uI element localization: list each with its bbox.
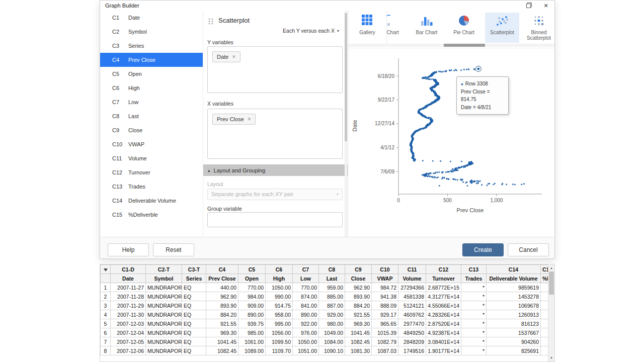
column-item-c5[interactable]: C5Open xyxy=(100,67,203,81)
close-button[interactable]: ✕ xyxy=(537,1,554,11)
cell[interactable]: 4849250 xyxy=(398,328,426,337)
col-name-series[interactable]: Series xyxy=(182,274,206,283)
cell[interactable]: MUNDRAPORT xyxy=(146,346,182,355)
gallery-item-pie-chart[interactable]: Pie Chart xyxy=(447,13,480,43)
cell[interactable]: 909.00 xyxy=(238,301,266,310)
scroll-down-icon[interactable]: ▼ xyxy=(548,354,554,361)
settings-scrollbar[interactable] xyxy=(345,11,347,237)
group-variable-box[interactable] xyxy=(207,212,343,227)
cell[interactable]: 825691 xyxy=(487,346,541,355)
row-number[interactable]: 7 xyxy=(101,337,111,346)
col-header-c12[interactable]: C12 xyxy=(426,265,461,274)
cell[interactable]: 965.65 xyxy=(372,319,398,328)
col-header-c4[interactable]: C4 xyxy=(206,265,238,274)
column-item-c6[interactable]: C6High xyxy=(100,81,203,95)
cell[interactable]: 2007-11-30 xyxy=(111,310,146,319)
cell[interactable]: 941.38 xyxy=(372,292,398,301)
cell[interactable]: 1082.79 xyxy=(372,337,398,346)
cell[interactable]: MUNDRAPORT xyxy=(146,310,182,319)
col-header-c1-d[interactable]: C1-D xyxy=(111,265,146,274)
cell[interactable]: 1089.00 xyxy=(238,346,266,355)
cell[interactable]: EQ xyxy=(182,283,206,292)
cell[interactable]: 4.28326E+14 xyxy=(426,310,461,319)
cell[interactable]: * xyxy=(461,301,487,310)
scatterplot-canvas[interactable]: 6/18/209/22/1712/27/144/1/127/6/0905001,… xyxy=(348,48,556,205)
cell[interactable]: 1049.00 xyxy=(319,328,345,337)
cell[interactable]: 929.17 xyxy=(372,310,398,319)
col-name-vwap[interactable]: VWAP xyxy=(372,274,398,283)
gallery-scrollbar[interactable] xyxy=(348,44,554,47)
cell[interactable]: 4.92387E+14 xyxy=(426,328,461,337)
cell[interactable]: 2007-11-28 xyxy=(111,292,146,301)
col-header-c11[interactable]: C11 xyxy=(398,265,426,274)
col-header-c7[interactable]: C7 xyxy=(293,265,319,274)
col-header-c10[interactable]: C10 xyxy=(372,265,398,274)
cell[interactable]: 1260913 xyxy=(487,310,541,319)
col-name-last[interactable]: Last xyxy=(319,274,345,283)
settings-scrollbar-thumb[interactable] xyxy=(345,13,347,141)
column-item-c1[interactable]: C1Date xyxy=(100,11,203,25)
cell[interactable]: 904260 xyxy=(487,337,541,346)
cell[interactable]: MUNDRAPORT xyxy=(146,301,182,310)
col-header-c14[interactable]: C14 xyxy=(487,265,541,274)
cell[interactable]: 2848209 xyxy=(398,337,426,346)
cell[interactable]: 1537667 xyxy=(487,328,541,337)
col-name-volume[interactable]: Volume xyxy=(398,274,426,283)
cell[interactable]: MUNDRAPORT xyxy=(146,283,182,292)
cell[interactable]: 1050.00 xyxy=(293,337,319,346)
help-button[interactable]: Help xyxy=(108,243,149,256)
cell[interactable]: 1749516 xyxy=(398,346,426,355)
cell[interactable]: MUNDRAPORT xyxy=(146,319,182,328)
cell[interactable]: 4.31277E+14 xyxy=(426,292,461,301)
row-number[interactable]: 5 xyxy=(101,319,111,328)
col-header-c6[interactable]: C6 xyxy=(266,265,293,274)
y-variables-box[interactable]: Date ✕ xyxy=(207,46,343,93)
column-item-c2[interactable]: C2Symbol xyxy=(100,25,203,39)
cell[interactable]: 1081.30 xyxy=(345,346,372,355)
dialog-titlebar[interactable]: Graph Builder ✕ xyxy=(100,1,554,11)
cell[interactable]: 939.75 xyxy=(238,319,266,328)
cell[interactable]: 816123 xyxy=(487,319,541,328)
cell[interactable]: 1056.00 xyxy=(266,328,293,337)
cell[interactable]: EQ xyxy=(182,310,206,319)
cell[interactable]: 770.00 xyxy=(293,283,319,292)
cell[interactable]: 27294366 xyxy=(398,283,426,292)
cell[interactable]: 1.90177E+14 xyxy=(426,346,461,355)
col-header-c9[interactable]: C9 xyxy=(345,265,372,274)
gallery-item-gallery[interactable]: Gallery xyxy=(348,11,387,44)
col-name-low[interactable]: Low xyxy=(293,274,319,283)
cell[interactable]: 2.68772E+15 xyxy=(426,283,461,292)
cell[interactable]: 770.00 xyxy=(238,283,266,292)
cell[interactable]: 976.00 xyxy=(293,328,319,337)
gallery-item-binned-scatterplot[interactable]: Binned Scatterplot xyxy=(522,13,554,43)
layout-and-grouping-section-header[interactable]: ▴ Layout and Grouping xyxy=(203,164,348,176)
cell[interactable]: 1051.00 xyxy=(293,346,319,355)
column-item-c9[interactable]: C9Close xyxy=(100,123,203,137)
cell[interactable]: 1050.00 xyxy=(266,283,293,292)
cell[interactable]: * xyxy=(461,310,487,319)
chip-remove-icon[interactable]: ✕ xyxy=(248,117,252,122)
create-button[interactable]: Create xyxy=(462,243,504,256)
cell[interactable]: 1015.39 xyxy=(372,328,398,337)
gallery-item-scatterplot[interactable]: Scatterplot xyxy=(485,13,519,43)
cancel-button[interactable]: Cancel xyxy=(508,243,549,256)
cell[interactable]: MUNDRAPORT xyxy=(146,328,182,337)
col-name-prev-close[interactable]: Prev Close xyxy=(206,274,238,283)
cell[interactable]: 2007-12-03 xyxy=(111,319,146,328)
cell[interactable]: 2007-12-04 xyxy=(111,328,146,337)
cell[interactable]: 969.30 xyxy=(345,319,372,328)
cell[interactable]: 990.00 xyxy=(266,292,293,301)
col-name-turnover[interactable]: Turnover xyxy=(426,274,461,283)
cell[interactable]: 890.00 xyxy=(293,310,319,319)
row-number[interactable]: 8 xyxy=(101,346,111,355)
cell[interactable]: EQ xyxy=(182,346,206,355)
cell[interactable]: 440.00 xyxy=(206,283,238,292)
col-header-c2-t[interactable]: C2-T xyxy=(146,265,182,274)
cell[interactable]: EQ xyxy=(182,301,206,310)
cell[interactable]: * xyxy=(461,337,487,346)
gallery-item-bar-chart[interactable]: Bar Chart xyxy=(410,13,443,43)
cell[interactable]: 1082.45 xyxy=(345,337,372,346)
chip-remove-icon[interactable]: ✕ xyxy=(232,54,236,59)
column-item-c7[interactable]: C7Low xyxy=(100,95,203,109)
cell[interactable]: 4.55066E+14 xyxy=(426,301,461,310)
